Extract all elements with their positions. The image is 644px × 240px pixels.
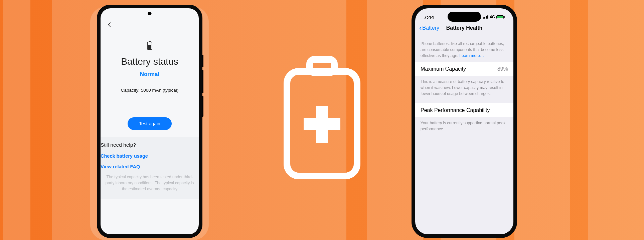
capacity-text: Capacity: 5000 mAh (typical)	[107, 88, 193, 93]
signal-icon	[483, 15, 488, 19]
max-capacity-sub: This is a measure of battery capacity re…	[415, 76, 513, 103]
battery-icon	[147, 41, 153, 51]
back-button[interactable]	[107, 20, 193, 32]
nav-bar: ‹ Battery Battery Health	[415, 22, 513, 35]
android-side-button	[202, 70, 203, 93]
check-battery-usage-link[interactable]: Check battery usage	[101, 153, 199, 159]
svg-rect-2	[148, 45, 151, 49]
android-screen: Battery status Normal Capacity: 5000 mAh…	[101, 8, 199, 234]
battery-indicator-icon	[496, 15, 505, 19]
max-capacity-value: 89%	[497, 66, 508, 72]
battery-plus-icon	[280, 56, 364, 184]
iphone: 7:44 4G ‹ Battery Battery Health Phone b…	[412, 5, 517, 238]
back-button[interactable]: ‹ Battery	[419, 24, 439, 32]
android-camera-cutout	[148, 12, 152, 15]
nav-title: Battery Health	[446, 25, 482, 31]
footnote-text: The typical capacity has been tested und…	[101, 169, 199, 192]
view-related-faq-link[interactable]: View related FAQ	[101, 164, 199, 169]
page-title: Battery status	[107, 56, 193, 67]
peak-performance-row[interactable]: Peak Performance Capability	[415, 103, 513, 117]
max-capacity-row[interactable]: Maximum Capacity 89%	[415, 62, 513, 76]
peak-performance-label: Peak Performance Capability	[421, 107, 490, 113]
network-label: 4G	[490, 15, 495, 19]
android-side-button	[202, 55, 203, 67]
back-label: Battery	[422, 25, 439, 31]
android-side-button	[202, 96, 203, 117]
android-phone: Battery status Normal Capacity: 5000 mAh…	[97, 5, 202, 238]
intro-text: Phone batteries, like all rechargeable b…	[415, 35, 513, 62]
android-statusbar	[101, 8, 199, 18]
dynamic-island	[448, 12, 481, 22]
battery-status-label: Normal	[107, 71, 193, 78]
chevron-left-icon: ‹	[419, 24, 422, 32]
chevron-left-icon	[107, 22, 113, 28]
test-again-button[interactable]: Test again	[128, 117, 172, 130]
help-section: Still need help? Check battery usage Vie…	[101, 137, 199, 199]
peak-performance-sub: Your battery is currently supporting nor…	[415, 117, 513, 139]
learn-more-link[interactable]: Learn more…	[460, 53, 484, 58]
status-time: 7:44	[424, 14, 434, 20]
max-capacity-label: Maximum Capacity	[421, 66, 466, 72]
iphone-screen: 7:44 4G ‹ Battery Battery Health Phone b…	[415, 8, 513, 234]
help-heading: Still need help?	[101, 142, 199, 148]
